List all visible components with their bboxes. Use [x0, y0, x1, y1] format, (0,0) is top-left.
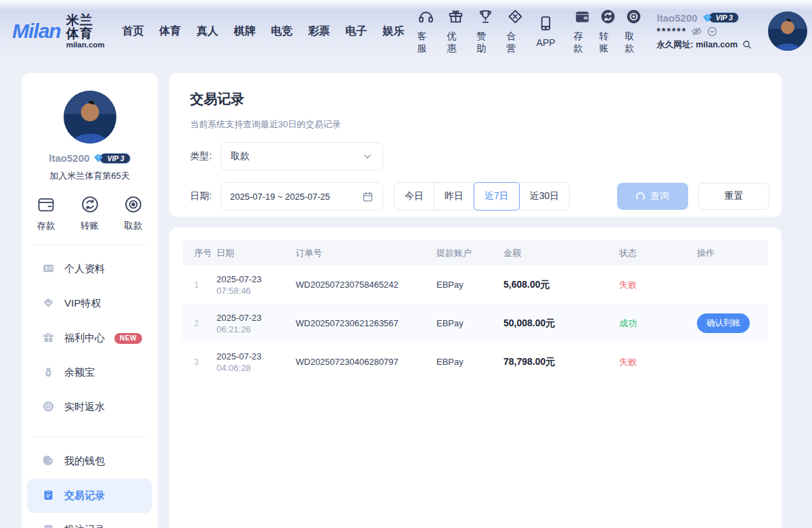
handshake-icon [507, 8, 524, 27]
avatar-image-icon [64, 91, 116, 144]
magnifier-icon[interactable] [742, 39, 753, 51]
type-select[interactable]: 取款 [221, 142, 383, 171]
service-link[interactable]: 客服 [418, 8, 434, 55]
brand-script-logo: Milan [12, 20, 61, 43]
sidebar-item-bets[interactable]: 投注记录 [27, 513, 152, 528]
sidebar-item-welfare[interactable]: 福利中心 NEW [27, 321, 152, 355]
rebate-icon [42, 400, 55, 415]
sidebar-item-label: VIP特权 [64, 297, 101, 310]
nav-item-lottery[interactable]: 彩票 [309, 24, 330, 39]
sidebar-quick-actions: 存款 转账 取款 [22, 195, 158, 232]
sidebar-item-yuebao[interactable]: 余额宝 [27, 355, 152, 390]
partner-label: 合营 [507, 30, 524, 55]
sidebar-transfer-button[interactable]: 转账 [81, 195, 99, 232]
records-panel: 序号 日期 订单号 提款账户 金额 状态 操作 1 2025-07-23 07:… [169, 227, 782, 528]
date-range-value: 2025-07-19 ~ 2025-07-25 [230, 192, 330, 202]
range-30days-button[interactable]: 近30日 [519, 182, 570, 211]
sidebar-item-label: 交易记录 [64, 489, 105, 502]
eye-off-icon[interactable] [691, 26, 702, 37]
sidebar-deposit-label: 存款 [37, 220, 55, 232]
sidebar-item-transactions[interactable]: 交易记录 [27, 479, 152, 513]
filter-actions: 查询 重置 [617, 183, 769, 210]
transfer-icon [600, 8, 616, 27]
wallet-icon [42, 454, 55, 469]
table-header: 序号 日期 订单号 提款账户 金额 状态 操作 [183, 240, 768, 265]
app-link[interactable]: APP [537, 15, 556, 48]
main-nav: 首页 体育 真人 棋牌 电竞 彩票 电子 娱乐 [122, 24, 405, 39]
transfer-icon [81, 195, 99, 216]
nav-item-sports[interactable]: 体育 [160, 24, 181, 39]
id-card-icon [42, 262, 55, 277]
table-row: 2 2025-07-23 06:21:26 WD2025072306212635… [183, 304, 768, 343]
row-index: 1 [194, 280, 217, 290]
nav-item-cards[interactable]: 棋牌 [234, 24, 256, 39]
divider [32, 244, 147, 245]
header-avatar[interactable] [768, 12, 807, 51]
sidebar-item-label: 我的钱包 [64, 455, 105, 468]
top-header: Milan 米兰体育 milan.com 首页 体育 真人 棋牌 电竞 彩票 电… [0, 0, 812, 68]
range-7days-button[interactable]: 近7日 [474, 182, 520, 211]
range-yesterday-button[interactable]: 昨日 [434, 182, 474, 211]
range-today-button[interactable]: 今日 [394, 182, 434, 211]
sidebar-item-label: 投注记录 [64, 524, 105, 528]
withdraw-link[interactable]: 取款 [625, 8, 642, 55]
sidebar-menu: 个人资料 VIP特权 福利中心 NEW 余额宝 实时返水 [22, 249, 158, 424]
row-status: 失败 [619, 356, 697, 368]
sidebar-withdraw-button[interactable]: 取款 [124, 195, 143, 232]
row-datetime: 2025-07-23 06:21:26 [217, 313, 296, 334]
username[interactable]: ltao5200 [657, 12, 698, 24]
nav-item-live[interactable]: 真人 [197, 24, 219, 39]
header-right: 客服 优惠 赞助 合营 APP 存款 [405, 8, 807, 55]
row-order-no: WD202507230758465242 [296, 280, 436, 290]
row-amount: 78,798.00元 [503, 356, 619, 368]
nav-item-slots[interactable]: 电子 [346, 24, 367, 39]
gift-icon [447, 8, 464, 27]
col-status: 状态 [619, 247, 697, 259]
sidebar-item-profile[interactable]: 个人资料 [27, 252, 152, 286]
sponsor-label: 赞助 [477, 30, 494, 55]
joined-days-label: 加入米兰体育第65天 [22, 170, 158, 182]
headset-icon [418, 8, 434, 27]
sidebar-avatar[interactable] [64, 91, 116, 144]
row-status: 成功 [619, 317, 697, 330]
vip-badge[interactable]: VIP 3 [702, 12, 739, 24]
nav-item-esports[interactable]: 电竞 [271, 24, 293, 39]
row-time: 07:58:46 [217, 286, 296, 296]
row-date: 2025-07-23 [217, 274, 296, 284]
partner-link[interactable]: 合营 [507, 8, 524, 55]
sidebar-transfer-label: 转账 [81, 220, 99, 232]
filter-panel: 交易记录 当前系统支持查询最近30日的交易记录 类型: 取款 日期: 2025-… [169, 73, 782, 217]
transfer-link[interactable]: 转账 [600, 8, 616, 55]
sidebar-item-vip[interactable]: VIP特权 [27, 286, 152, 321]
reset-button-label: 重置 [725, 190, 744, 202]
reset-button[interactable]: 重置 [698, 183, 769, 210]
nav-item-home[interactable]: 首页 [122, 24, 144, 39]
loading-spinner-icon [636, 192, 645, 201]
sponsor-link[interactable]: 赞助 [477, 8, 494, 55]
sidebar-item-my-wallet[interactable]: 我的钱包 [27, 444, 152, 479]
deposit-link[interactable]: 存款 [574, 8, 591, 55]
date-range-input[interactable]: 2025-07-19 ~ 2025-07-25 [221, 182, 383, 211]
col-account: 提款账户 [436, 247, 503, 259]
avatar-image-icon [768, 12, 807, 51]
sidebar-menu-wallet: 我的钱包 交易记录 投注记录 [22, 441, 158, 528]
row-order-no: WD202507230406280797 [296, 357, 436, 367]
row-date: 2025-07-23 [217, 313, 296, 323]
brand-logo[interactable]: Milan 米兰体育 milan.com [12, 14, 105, 49]
sidebar-vip-badge[interactable]: VIP 3 [93, 152, 130, 164]
refresh-balance-icon[interactable] [706, 26, 718, 37]
row-amount: 5,608.00元 [503, 279, 619, 291]
quick-range-group: 今日 昨日 近7日 近30日 [394, 182, 570, 211]
sidebar-item-rebate[interactable]: 实时返水 [27, 390, 152, 424]
date-filter-row: 日期: 2025-07-19 ~ 2025-07-25 今日 昨日 近7日 近3… [190, 182, 769, 211]
sidebar-deposit-button[interactable]: 存款 [37, 195, 55, 232]
col-amount: 金额 [503, 247, 619, 259]
confirm-received-button[interactable]: 确认到账 [697, 313, 750, 333]
nav-item-entertainment[interactable]: 娱乐 [383, 24, 405, 39]
promo-link[interactable]: 优惠 [447, 8, 464, 55]
page: Milan 米兰体育 milan.com 首页 体育 真人 棋牌 电竞 彩票 电… [0, 0, 812, 528]
query-button[interactable]: 查询 [617, 183, 688, 210]
sidebar-item-label: 福利中心 [64, 332, 105, 345]
app-label: APP [537, 37, 556, 48]
masked-balance: ****** [657, 26, 687, 37]
